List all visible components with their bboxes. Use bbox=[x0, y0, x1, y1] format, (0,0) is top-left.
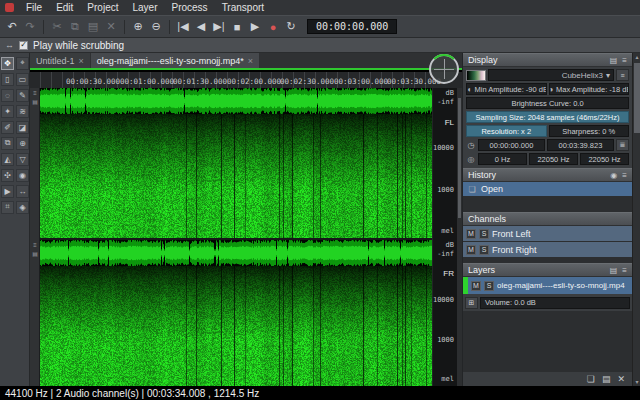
new-layer-icon[interactable]: ❏ bbox=[587, 374, 595, 384]
solo-button[interactable]: S bbox=[479, 245, 489, 255]
mute-button[interactable]: M bbox=[466, 245, 476, 255]
delete-layer-icon[interactable]: ✕ bbox=[617, 374, 625, 384]
waveform-overview-front-right[interactable] bbox=[40, 240, 432, 266]
channel-menu-icon[interactable]: ≡ bbox=[30, 90, 40, 97]
lasso-selection-tool[interactable]: ◌ bbox=[1, 89, 14, 102]
menu-file[interactable]: File bbox=[19, 0, 49, 15]
channel-row-front-left[interactable]: M S Front Left bbox=[463, 226, 632, 241]
undo-button[interactable]: ↶ bbox=[4, 18, 20, 36]
layer-volume-slider[interactable]: Volume: 0.0 dB bbox=[480, 297, 630, 309]
menu-transport[interactable]: Transport bbox=[215, 0, 271, 15]
frequency-selection-tool[interactable]: ⌖ bbox=[16, 57, 29, 70]
measure-tool[interactable]: ⌗ bbox=[1, 201, 14, 214]
paste-button[interactable]: ▤ bbox=[85, 18, 101, 36]
play-button[interactable]: ▶ bbox=[247, 18, 263, 36]
vertical-scrollbar-thumb[interactable] bbox=[458, 98, 461, 218]
waveform-overview-front-left[interactable] bbox=[40, 88, 432, 114]
play-while-scrubbing-checkbox[interactable]: ✓ bbox=[19, 41, 28, 50]
copy-button[interactable]: ⧉ bbox=[67, 18, 83, 36]
spectrogram-front-left[interactable] bbox=[40, 114, 432, 238]
channel-grid-icon[interactable]: ▤ bbox=[30, 99, 40, 106]
time-range-options-icon[interactable]: ≣ bbox=[616, 139, 629, 151]
tab-close-icon[interactable]: × bbox=[79, 56, 84, 66]
spectrogram-front-right[interactable] bbox=[40, 266, 432, 386]
layer-automation-icon[interactable]: ⊞ bbox=[465, 297, 478, 309]
max-amplitude-field[interactable]: ◑ Max Amplitude: -18 dB bbox=[549, 83, 630, 95]
snapshot-icon[interactable]: ◉ bbox=[610, 171, 617, 180]
min-amplitude-field[interactable]: ◐ Min Amplitude: -90 dB bbox=[466, 83, 547, 95]
time-end-field[interactable]: 00:03:39.823 bbox=[547, 139, 614, 151]
status-text: 44100 Hz | 2 Audio channel(s) | 00:03:34… bbox=[5, 388, 259, 399]
sampling-size-field[interactable]: Sampling Size: 2048 samples (46ms/22Hz) bbox=[466, 111, 629, 123]
freq-max-field[interactable]: 22050 Hz bbox=[529, 153, 578, 165]
jog-wheel[interactable] bbox=[429, 54, 459, 84]
zoom-tool[interactable]: ◉ bbox=[16, 169, 29, 182]
scroll-down-icon[interactable]: ▾ bbox=[633, 378, 640, 386]
new-group-icon[interactable]: ▤ bbox=[602, 374, 611, 384]
scrub-tool[interactable]: ↔ bbox=[16, 185, 29, 198]
play-tool[interactable]: ▶ bbox=[1, 185, 14, 198]
next-marker-button[interactable]: ▶| bbox=[211, 18, 227, 36]
sample-tool[interactable]: ◈ bbox=[16, 201, 29, 214]
cut-button[interactable]: ✂ bbox=[49, 18, 65, 36]
delete-button[interactable]: ✕ bbox=[103, 18, 119, 36]
panel-grid-icon[interactable]: ▤ bbox=[610, 56, 618, 65]
time-start-field[interactable]: 00:00:00.000 bbox=[478, 139, 545, 151]
panel-menu-icon[interactable]: ≡ bbox=[622, 56, 627, 65]
panel-menu-icon[interactable]: ≡ bbox=[622, 266, 627, 275]
attenuate-tool[interactable]: ▽ bbox=[16, 153, 29, 166]
frequency-ruler[interactable]: dB -inf FL 10000 1000 mel dB -inf FR 100… bbox=[432, 88, 457, 386]
rectangle-selection-tool[interactable]: ▭ bbox=[16, 73, 29, 86]
goto-start-button[interactable]: |◀ bbox=[175, 18, 191, 36]
resolution-field[interactable]: Resolution: x 2 bbox=[466, 125, 547, 137]
panel-menu-icon[interactable]: ≡ bbox=[622, 171, 627, 180]
panel-grid-icon[interactable]: ▤ bbox=[610, 266, 618, 275]
time-ruler[interactable]: 00:00:30.000 00:01:00.000 00:01:30.000 0… bbox=[30, 72, 462, 88]
colormap-select[interactable]: CubeHelix3 ▾ bbox=[488, 69, 614, 81]
menu-edit[interactable]: Edit bbox=[49, 0, 80, 15]
scroll-up-icon[interactable]: ▴ bbox=[633, 53, 640, 61]
solo-button[interactable]: S bbox=[479, 229, 489, 239]
mute-button[interactable]: M bbox=[466, 229, 476, 239]
zoom-out-button[interactable]: ⊖ bbox=[148, 18, 164, 36]
redo-button[interactable]: ↷ bbox=[22, 18, 38, 36]
time-selection-tool[interactable]: ▯ bbox=[1, 73, 14, 86]
menu-layer[interactable]: Layer bbox=[125, 0, 164, 15]
zoom-in-button[interactable]: ⊕ bbox=[130, 18, 146, 36]
stop-button[interactable]: ■ bbox=[229, 18, 245, 36]
harmonics-selection-tool[interactable]: ≋ bbox=[16, 105, 29, 118]
record-button[interactable]: ● bbox=[265, 18, 281, 36]
freq-min-field[interactable]: 0 Hz bbox=[478, 153, 527, 165]
heal-tool[interactable]: ⊕ bbox=[16, 137, 29, 150]
tab-untitled-1[interactable]: Untitled-1 × bbox=[30, 53, 90, 68]
layer-row[interactable]: M S oleg-majjami----esli-ty-so-mnojj.mp4 bbox=[463, 277, 632, 294]
layer-mute-button[interactable]: M bbox=[471, 281, 481, 291]
menu-project[interactable]: Project bbox=[80, 0, 125, 15]
prev-marker-button[interactable]: ◀ bbox=[193, 18, 209, 36]
draw-tool[interactable]: ✐ bbox=[1, 121, 14, 134]
channel-grid-icon[interactable]: ▤ bbox=[30, 251, 40, 258]
tab-oleg-majjami[interactable]: oleg-majjami----esli-ty-so-mnojj.mp4* × bbox=[91, 53, 259, 68]
loop-button[interactable]: ↻ bbox=[283, 18, 299, 36]
amplify-tool[interactable]: ◭ bbox=[1, 153, 14, 166]
channel-menu-icon[interactable]: ≡ bbox=[30, 242, 40, 249]
colormap-swatch[interactable] bbox=[466, 70, 486, 81]
brush-selection-tool[interactable]: ✎ bbox=[16, 89, 29, 102]
panel-scrollbar-thumb[interactable] bbox=[634, 63, 640, 133]
brightness-curve-field[interactable]: Brightness Curve: 0.0 bbox=[466, 97, 629, 109]
tab-close-icon[interactable]: × bbox=[248, 56, 253, 66]
transform-tool[interactable]: ✥ bbox=[1, 57, 14, 70]
colormap-menu-icon[interactable]: ≡ bbox=[616, 69, 629, 81]
layer-color-swatch[interactable] bbox=[463, 277, 468, 294]
layer-solo-button[interactable]: S bbox=[484, 281, 494, 291]
channel-row-front-right[interactable]: M S Front Right bbox=[463, 242, 632, 257]
sharpness-field[interactable]: Sharpness: 0 % bbox=[549, 125, 630, 137]
freq-span-field[interactable]: 22050 Hz bbox=[580, 153, 629, 165]
panel-scrollbar[interactable]: ▴ ▾ bbox=[632, 53, 640, 386]
eraser-tool[interactable]: ◪ bbox=[16, 121, 29, 134]
history-item-open[interactable]: ❏ Open bbox=[463, 182, 632, 196]
menu-process[interactable]: Process bbox=[165, 0, 215, 15]
clone-stamp-tool[interactable]: ⧉ bbox=[1, 137, 14, 150]
hand-tool[interactable]: ✣ bbox=[1, 169, 14, 182]
magic-wand-tool[interactable]: ✦ bbox=[1, 105, 14, 118]
